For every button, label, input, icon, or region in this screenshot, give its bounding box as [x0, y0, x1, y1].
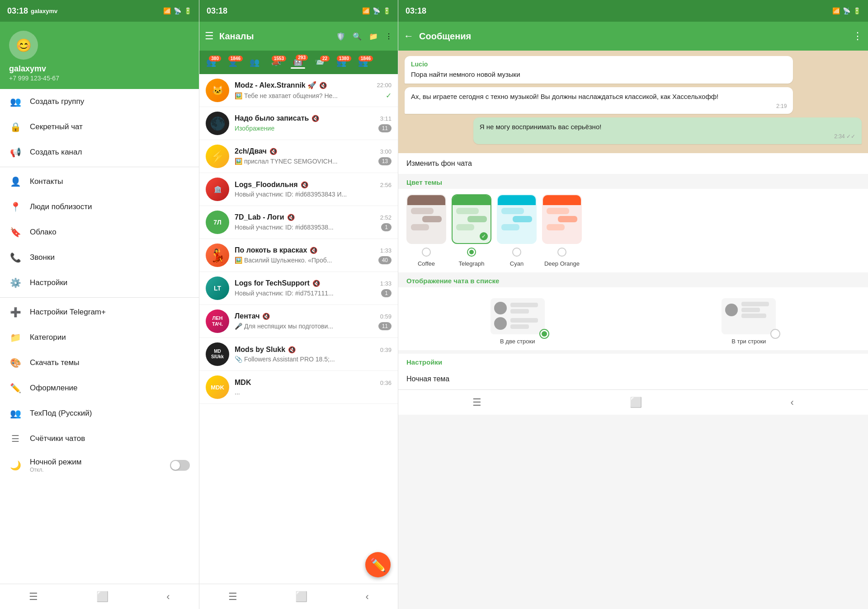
menu-label-tgplus: Настройки Telegram+ [30, 308, 190, 317]
deeporange-chat-area [543, 205, 581, 233]
telegraph-radio[interactable] [467, 248, 476, 257]
chat-unread-kraski: 40 [378, 256, 392, 264]
chat-info-logs: Logs_Floodильня 🔇 2:56 Новый участник: I… [235, 181, 392, 198]
theme-card-cyan[interactable]: Cyan [497, 194, 537, 267]
menu-item-design[interactable]: ✏️ Оформление [0, 375, 199, 401]
menu-item-settings[interactable]: ⚙️ Настройки [0, 270, 199, 295]
shield-icon[interactable]: 🛡️ [336, 32, 345, 41]
chat-preview-mdk: ... [235, 389, 392, 396]
more-button-settings[interactable]: ⋮ [853, 30, 863, 42]
nav-menu-right[interactable]: ☰ [472, 397, 481, 408]
chat-preview-row-lt: Новый участник: ID: #id7517111... 1 [235, 289, 392, 297]
divider-2 [0, 297, 199, 298]
three-lines-radio[interactable] [770, 329, 780, 339]
nav-back-icon[interactable]: ‹ [166, 591, 170, 603]
time-right: 03:18 [406, 6, 426, 16]
chat-item-7dlab[interactable]: 7Л 7D_Lab - Логи 🔇 2:52 Новый участник: … [199, 206, 398, 239]
theme-card-coffee[interactable]: Coffee [406, 194, 446, 267]
menu-item-nearby[interactable]: 📍 Люди поблизости [0, 194, 199, 220]
chat-item-lentach[interactable]: ЛЕНТАЧ. Лентач 🔇 0:59 🎤 Для неспящих мы … [199, 305, 398, 338]
change-bg-button[interactable]: Изменить фон чата [398, 153, 868, 174]
menu-label-settings: Настройки [30, 278, 190, 287]
nav-menu-mid[interactable]: ☰ [228, 591, 237, 603]
nav-menu-icon[interactable]: ☰ [29, 591, 38, 603]
chat-time-lentach: 0:59 [380, 313, 392, 320]
chat-item-modz[interactable]: 🐱 Modz - Alex.Strannik 🚀 🔇 22:00 🖼️ Тебе… [199, 74, 398, 107]
tab-personal-badge: 1846 [228, 56, 243, 61]
tab-channels[interactable]: 📣 1553 [266, 56, 286, 69]
menu-item-categories[interactable]: 📁 Категории [0, 325, 199, 350]
chat-item-lt[interactable]: LT Logs for TechSupport 🔇 1:33 Новый уча… [199, 272, 398, 305]
theme-scroll[interactable]: Coffee ✓ Telegraph [398, 189, 868, 272]
tab-unread[interactable]: 📨 22 [310, 56, 330, 69]
tab-fav[interactable]: 👥 1380 [331, 56, 351, 69]
chat-item-nado[interactable]: 🌑 Надо было записать 🔇 3:11 Изображение … [199, 107, 398, 140]
tab-groups[interactable]: 👥 [245, 56, 264, 69]
chat-avatar-mdk: MDK [206, 375, 229, 399]
chat-avatar-logs: 🏛️ [206, 178, 229, 201]
msg-bubble-1: Lucio Пора найти немного новой музыки [405, 56, 793, 84]
nav-home-right[interactable]: ⬜ [630, 397, 642, 408]
chat-item-dvach[interactable]: ⚡ 2ch/Двач 🔇 3:00 🖼️ прислал TYNEC SEMGO… [199, 140, 398, 173]
nav-back-right[interactable]: ‹ [791, 397, 794, 408]
chat-item-mdk[interactable]: MDK MDK 0:36 ... [199, 371, 398, 404]
tab-all[interactable]: 👥 380 [201, 56, 221, 69]
channels-topbar: ☰ Каналы 🛡️ 🔍 📁 ⋮ [199, 22, 398, 51]
cyan-bubble-mine [513, 216, 532, 222]
coffee-radio[interactable] [422, 248, 431, 257]
tab-extra[interactable]: 👥 1846 [353, 56, 373, 69]
chat-name-lentach: Лентач 🔇 [235, 312, 270, 320]
nav-back-mid[interactable]: ‹ [366, 591, 369, 603]
menu-item-tgplus[interactable]: ➕ Настройки Telegram+ [0, 300, 199, 325]
chat-preview-row-dvach: 🖼️ прислал TYNEC SEMGOVICH... 13 [235, 157, 392, 165]
display-two-lines[interactable]: В две строки [406, 298, 629, 345]
chat-item-kraski[interactable]: 💃 По локоть в красках 🔇 1:33 🖼️ Василий … [199, 239, 398, 272]
nav-home-mid[interactable]: ⬜ [295, 591, 307, 603]
wifi-icon: 📡 [174, 7, 181, 14]
status-icons: 📶 📡 🔋 [163, 7, 192, 14]
coffee-header [407, 195, 445, 205]
tab-bots[interactable]: 🤖 293 [288, 55, 308, 70]
night-theme-row[interactable]: Ночная тема [398, 369, 868, 389]
menu-item-nightmode[interactable]: 🌙 Ночной режим Откл. [0, 451, 199, 479]
nav-home-icon[interactable]: ⬜ [96, 591, 108, 603]
menu-item-create-group[interactable]: 👥 Создать группу [0, 89, 199, 114]
tab-personal[interactable]: 👤 1846 [223, 56, 243, 69]
menu-item-secret-chat[interactable]: 🔒 Секретный чат [0, 114, 199, 140]
menu-item-cloud[interactable]: 🔖 Облако [0, 220, 199, 245]
chat-preview-row-modz: 🖼️ Тебе не хватает общения? Не... ✓ [235, 91, 392, 100]
chat-avatar-modz: 🐱 [206, 79, 229, 102]
menu-item-calls[interactable]: 📞 Звонки [0, 245, 199, 270]
theme-card-deeporange[interactable]: Deep Orange [542, 194, 582, 267]
chat-name-lt: Logs for TechSupport 🔇 [235, 279, 320, 287]
msg-text-3: Я не могу воспринимать вас серьёзно! [480, 122, 855, 131]
menu-item-counters[interactable]: ☰ Счётчики чатов [0, 426, 199, 451]
menu-label-secret-chat: Секретный чат [30, 122, 190, 131]
theme-card-telegraph[interactable]: ✓ Telegraph [452, 194, 491, 267]
more-icon[interactable]: ⋮ [385, 32, 392, 41]
menu-item-create-channel[interactable]: 📢 Создать канал [0, 140, 199, 165]
nightmode-toggle[interactable] [170, 460, 190, 471]
deeporange-bubble-other [547, 208, 569, 214]
display-three-lines[interactable]: В три строки [638, 298, 860, 345]
compose-fab[interactable]: ✏️ [365, 552, 391, 577]
back-button[interactable]: ← [404, 30, 414, 42]
search-icon[interactable]: 🔍 [353, 32, 362, 41]
chat-preview-bg: Lucio Пора найти немного новой музыки Ах… [398, 51, 868, 153]
chat-time-logs: 2:56 [380, 182, 392, 188]
menu-item-techsup[interactable]: 👥 ТехПод (Русский) [0, 401, 199, 426]
cyan-bubble-other [501, 208, 524, 214]
chat-item-logs[interactable]: 🏛️ Logs_Floodильня 🔇 2:56 Новый участник… [199, 173, 398, 206]
plus-icon: ➕ [9, 306, 22, 319]
chat-item-slukk[interactable]: MDSlUkk Mods by Slukk 🔇 0:39 📎 Followers… [199, 338, 398, 371]
menu-item-themes[interactable]: 🎨 Скачать темы [0, 350, 199, 375]
cyan-radio[interactable] [512, 248, 521, 257]
folder-icon[interactable]: 📁 [369, 32, 378, 41]
menu-button[interactable]: ☰ [205, 30, 214, 42]
two-lines-radio[interactable] [539, 329, 549, 339]
deeporange-header [543, 195, 581, 205]
telegraph-label: Telegraph [458, 260, 484, 267]
menu-item-contacts[interactable]: 👤 Контакты [0, 169, 199, 194]
divider-1 [0, 167, 199, 167]
deeporange-radio[interactable] [557, 248, 566, 257]
